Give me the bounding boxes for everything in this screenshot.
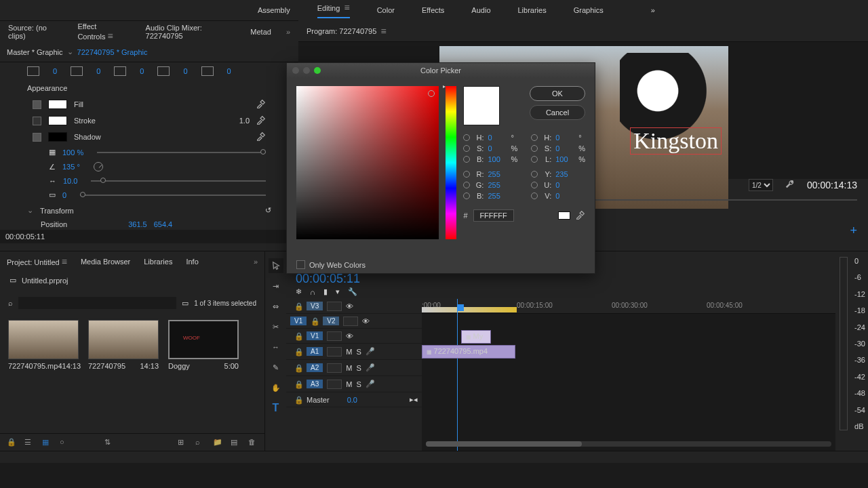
selection-tool[interactable] [269, 258, 283, 273]
tab-audio[interactable]: Audio [471, 6, 490, 14]
track-a3[interactable]: A3 [307, 380, 323, 388]
tracking-prop-icon[interactable] [201, 66, 214, 76]
link-icon[interactable]: ∩ [310, 288, 315, 296]
ripple-tool[interactable]: ⇔ [269, 299, 283, 314]
size-value[interactable]: 0 [62, 191, 66, 199]
min-window-icon[interactable] [303, 67, 310, 74]
stroke-width[interactable]: 1.0 [239, 117, 250, 125]
panel-overflow-icon[interactable]: » [254, 258, 258, 266]
tab-libraries[interactable]: Libraries [518, 6, 547, 14]
tracking-prop-icon[interactable] [157, 66, 170, 76]
fill-swatch[interactable] [48, 100, 67, 109]
tab-effects[interactable]: Effects [422, 6, 444, 14]
eyedropper-icon[interactable] [256, 131, 266, 142]
angle-value[interactable]: 135 ° [62, 163, 80, 171]
eyedropper-icon[interactable] [256, 99, 266, 110]
distance-value[interactable]: 10.0 [63, 177, 77, 185]
master-track[interactable]: Master [307, 396, 330, 404]
distance-slider[interactable] [91, 180, 266, 182]
freeform-icon[interactable]: ○ [60, 438, 69, 447]
bin-item[interactable] [8, 320, 79, 359]
list-view-icon[interactable]: ☰ [24, 438, 34, 447]
dropdown-icon[interactable]: ⌄ [67, 47, 73, 56]
panel-overflow-icon[interactable]: » [286, 28, 290, 36]
angle-dial[interactable] [94, 162, 103, 171]
bin-item[interactable]: WOOF [168, 320, 239, 359]
track-select-tool[interactable]: ⇥ [269, 279, 283, 293]
opacity-value[interactable]: 100 % [62, 148, 83, 157]
tab-color[interactable]: Color [377, 6, 395, 14]
shadow-swatch[interactable] [48, 132, 67, 142]
clip-graphic[interactable]: ▦ My do [461, 330, 491, 344]
auto-seq-icon[interactable]: ⊞ [178, 438, 187, 447]
effect-controls-tab[interactable]: Effect Controls ≡ [77, 22, 130, 41]
hand-tool[interactable]: ✋ [269, 380, 283, 395]
clip-video[interactable]: ▦ 722740795.mp4 [422, 345, 515, 359]
new-bin-icon[interactable]: 📁 [213, 438, 222, 447]
info-tab[interactable]: Info [186, 258, 198, 266]
zoom-window-icon[interactable] [314, 67, 321, 74]
find-icon[interactable]: ⌕ [195, 438, 205, 447]
stroke-checkbox[interactable] [33, 117, 41, 125]
v1-patch[interactable]: V1 [290, 317, 307, 325]
close-window-icon[interactable] [292, 67, 299, 74]
reset-icon[interactable]: ↺ [265, 206, 271, 215]
program-tab[interactable]: Program: 722740795 [307, 27, 376, 35]
track-a1[interactable]: A1 [307, 347, 323, 356]
zoom-select[interactable]: 1/2 [749, 179, 773, 191]
add-icon[interactable]: + [850, 224, 857, 238]
tracking-prop-icon[interactable] [27, 66, 39, 76]
bin-item[interactable] [88, 320, 159, 359]
source-tab[interactable]: Source: (no clips) [8, 24, 62, 40]
shadow-checkbox[interactable] [33, 133, 41, 142]
icon-view-icon[interactable]: ▦ [42, 438, 52, 447]
type-tool[interactable]: T [269, 401, 283, 415]
track-v2[interactable]: V2 [323, 317, 339, 325]
saturation-value-field[interactable] [296, 86, 439, 239]
eyedropper-icon[interactable] [576, 210, 585, 221]
hue-radio[interactable] [463, 134, 470, 141]
tab-assembly[interactable]: Assembly [258, 6, 290, 14]
track-v1[interactable]: V1 [307, 331, 323, 340]
size-slider[interactable] [80, 195, 266, 196]
settings-icon[interactable]: ▾ [336, 287, 340, 296]
hex-input[interactable] [473, 209, 514, 222]
time-ruler[interactable]: :00:00 00:00:15:00 00:00:30:00 00:00:45:… [422, 299, 835, 314]
wrench-icon[interactable] [785, 180, 795, 190]
tab-overflow-icon[interactable]: » [651, 6, 655, 14]
tracking-prop-icon[interactable] [71, 66, 83, 76]
sort-icon[interactable]: ⇅ [104, 438, 114, 447]
libraries-tab[interactable]: Libraries [144, 258, 172, 266]
project-tab[interactable]: Project: Untitled ≡ [7, 256, 67, 267]
slip-tool[interactable]: ↔ [269, 340, 283, 354]
stroke-swatch[interactable] [48, 116, 67, 125]
toggle-output[interactable] [327, 302, 342, 311]
filter-icon[interactable]: ▭ [182, 299, 189, 308]
twirl-icon[interactable]: ⌄ [27, 206, 33, 215]
track-v3[interactable]: V3 [307, 302, 323, 310]
trash-icon[interactable]: 🗑 [248, 438, 258, 447]
metadata-tab[interactable]: Metad [250, 28, 271, 36]
eyedropper-icon[interactable] [256, 115, 266, 126]
playhead-handle[interactable] [457, 304, 464, 311]
audio-mixer-tab[interactable]: Audio Clip Mixer: 722740795 [146, 24, 236, 40]
opacity-slider[interactable] [97, 152, 266, 153]
snap-icon[interactable]: ❄ [296, 287, 302, 296]
clip-name[interactable]: 722740795 * Graphic [77, 48, 148, 56]
title-overlay[interactable]: Kingston [630, 127, 722, 155]
web-colors-checkbox[interactable] [296, 260, 305, 269]
razor-tool[interactable]: ✂ [269, 319, 283, 334]
bin-icon[interactable]: ▭ [9, 276, 16, 285]
wrench-icon[interactable]: 🔧 [348, 287, 357, 296]
lock-icon[interactable]: 🔒 [7, 438, 16, 447]
tab-graphics[interactable]: Graphics [574, 6, 604, 14]
ok-button[interactable]: OK [530, 86, 585, 101]
fill-checkbox[interactable] [33, 100, 41, 109]
tab-editing[interactable]: Editing ≡ [317, 2, 350, 18]
tracking-prop-icon[interactable] [114, 66, 126, 76]
media-browser-tab[interactable]: Media Browser [81, 258, 130, 266]
hue-slider[interactable] [446, 86, 456, 239]
search-input[interactable] [18, 297, 176, 309]
track-a2[interactable]: A2 [307, 363, 323, 372]
new-item-icon[interactable]: ▤ [231, 438, 240, 447]
